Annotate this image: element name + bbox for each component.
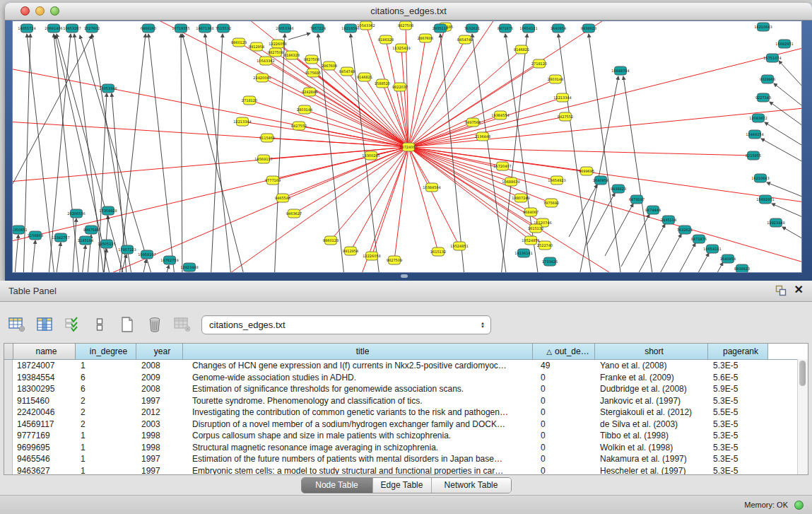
graph-node-label: 9860123 (323, 238, 339, 243)
scrollbar-thumb[interactable] (799, 361, 806, 386)
graph-edge-red (386, 40, 408, 147)
tab-edge-table[interactable]: Edge Table (373, 478, 432, 493)
cell-title: Tourette syndrome. Phenomenology and cla… (182, 395, 532, 407)
graph-node-label: 2522740 (537, 243, 553, 247)
table-row[interactable]: 1456911722003Disruption of a novel membe… (4, 419, 808, 431)
graph-edge-black (148, 34, 175, 272)
network-canvas[interactable]: 1872400798601238912954122260589827509105… (12, 21, 802, 273)
cell-title: Structural magnetic resonance image aver… (182, 442, 532, 454)
cell-name: 9465546 (13, 453, 75, 465)
window-titlebar[interactable]: citations_edges.txt (5, 3, 812, 21)
tab-node-table[interactable]: Node Table (302, 478, 373, 493)
graph-node-label: 1615132 (430, 250, 446, 254)
column-header-title[interactable]: title (183, 344, 533, 359)
graph-node-label: 9822037 (392, 85, 408, 89)
graph-node-label: 2935114 (661, 218, 676, 222)
graph-edge-black (605, 204, 633, 256)
graph-node-label: 15751074 (763, 56, 781, 60)
graph-edge-black (500, 34, 527, 272)
graph-node-label: 16648784 (611, 69, 629, 73)
graph-node-label: 10688639 (502, 180, 519, 184)
cell-short: Jankovic et al. (1997) (594, 395, 707, 407)
table-selector[interactable]: citations_edges.txt ▲▼ (201, 315, 491, 334)
graph-node-label: 2803144 (297, 107, 312, 112)
column-header-out-degree[interactable]: △ out_de… (533, 344, 595, 359)
table-mode-icon[interactable] (6, 313, 28, 336)
vertical-scrollbar[interactable] (797, 359, 808, 474)
graph-node-label: 20053346 (99, 86, 117, 90)
table-row[interactable]: 946554611997Estimation of the future num… (4, 453, 808, 465)
graph-node-label: 10653287 (63, 26, 81, 30)
table-row[interactable]: 946362711997Embryonic stem cells: a mode… (4, 465, 808, 476)
graph-node-label: 18807249 (512, 196, 529, 200)
column-header-short[interactable]: short (595, 344, 708, 359)
table-row[interactable]: 969969511998Structural magnetic resonanc… (4, 442, 808, 454)
column-header-name[interactable]: name (13, 344, 76, 359)
graph-edge-red (13, 147, 408, 247)
graph-edge-black (274, 34, 285, 272)
float-window-icon[interactable] (775, 285, 787, 296)
splitter-handle[interactable] (401, 274, 408, 278)
table-row[interactable]: 2242004622012Investigating the contribut… (4, 407, 808, 419)
import-table-disabled-icon[interactable] (171, 313, 194, 336)
graph-node-label: 16210643 (751, 176, 769, 180)
cell-short: Dudbridge et al. (2008) (594, 383, 707, 395)
column-visibility-icon[interactable] (33, 313, 56, 336)
memory-status-label: Memory: OK (744, 496, 788, 514)
cell-in_degree: 1 (75, 465, 136, 476)
close-panel-icon[interactable]: ✕ (794, 283, 804, 296)
graph-node-label: 6479197 (629, 197, 645, 201)
graph-edge-black (782, 227, 801, 240)
cell-name: 9777169 (13, 430, 75, 442)
graph-edge-black (119, 34, 146, 272)
minimize-window-icon[interactable] (35, 6, 45, 16)
table-row[interactable]: 911546021997Tourette syndrome. Phenomeno… (4, 395, 808, 407)
cell-out_degree: 49 (532, 360, 594, 372)
cell-pagerank: 5.3E-5 (707, 395, 767, 407)
graph-node-label: 10543362 (357, 23, 375, 28)
graph-node-label: 12226058 (269, 42, 286, 46)
graph-node-label: 11325419 (392, 46, 410, 50)
network-graph[interactable]: 1872400798601238912954122260589827509105… (13, 21, 801, 272)
close-window-icon[interactable] (20, 6, 30, 16)
cell-year: 2008 (136, 383, 182, 395)
cell-year: 1997 (136, 465, 182, 476)
graph-edge-black (288, 33, 310, 40)
graph-node-label: 18300295 (362, 153, 379, 158)
zoom-window-icon[interactable] (50, 6, 59, 16)
application: citations_edges.txt 18724007986012389129… (0, 0, 812, 514)
graph-node-label: 8186328 (284, 53, 300, 57)
graph-node-label: 12093872 (749, 116, 767, 120)
table-row[interactable]: 977716911998Corpus callosum shape and si… (4, 430, 808, 442)
graph-node-label: 9329966 (760, 77, 775, 81)
table-tabs: Node Table Edge Table Network Table (301, 477, 512, 493)
tab-network-table[interactable]: Network Table (432, 478, 511, 493)
graph-node-label: 9474444 (645, 208, 661, 212)
delete-icon[interactable] (143, 313, 166, 336)
graph-node-label: 1733426 (542, 259, 558, 264)
cell-short: Franke et al. (2009) (594, 372, 707, 384)
graph-node-label: 2867608 (418, 36, 433, 40)
graph-edge-red (351, 147, 408, 251)
table-row[interactable]: 1830029562008Estimation of significance … (4, 383, 808, 395)
row-selection-icon[interactable] (61, 313, 83, 336)
table-row[interactable]: 1938455462009Genome-wide association stu… (4, 372, 808, 384)
table-tabbar: Node Table Edge Table Network Table (0, 475, 812, 495)
cell-short: Yano et al. (2008) (594, 360, 707, 372)
graph-edge-black (653, 234, 681, 272)
row-layout-icon[interactable] (88, 313, 111, 336)
table-corner-gutter (4, 344, 13, 359)
cell-short: Nakamura et al. (1997) (594, 453, 707, 465)
column-header-in-degree[interactable]: in_degree (76, 344, 136, 359)
column-header-pagerank[interactable]: pagerank (708, 344, 768, 359)
new-column-icon[interactable] (116, 313, 139, 336)
graph-node-label: 8427552 (291, 124, 307, 128)
table-row[interactable]: 1872400712008Changes of HCN gene express… (4, 360, 808, 372)
cell-year: 2009 (136, 372, 182, 384)
graph-node-label: 7632621 (464, 26, 480, 30)
table-panel: Table Panel ✕ (0, 281, 812, 495)
graph-node-label: 13505135 (98, 242, 115, 246)
column-header-year[interactable]: year (136, 344, 183, 359)
graph-node-label: 10384594 (423, 185, 440, 189)
cell-name: 9115460 (13, 395, 75, 407)
